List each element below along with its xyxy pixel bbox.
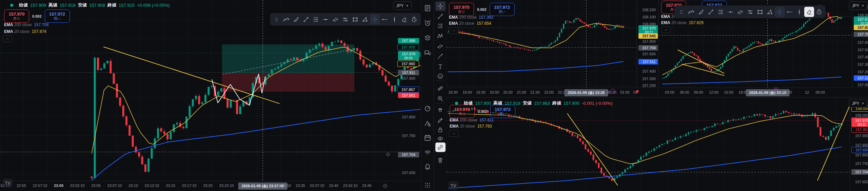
indicator-legend[interactable]: EMA 20 close 157.629 — [661, 20, 704, 25]
indicator-legend[interactable]: EMA 200 close 157.611 — [450, 118, 494, 122]
collapse-legend-button[interactable] — [3, 35, 12, 42]
indicator-legend[interactable]: EMA 20 close 157.654 — [449, 21, 491, 26]
zigzag-icon[interactable] — [281, 14, 291, 24]
sell-button[interactable]: 157.970売り — [450, 105, 475, 118]
sell-button[interactable]: 157.970売り — [4, 9, 29, 23]
flat-channel-icon[interactable] — [745, 7, 755, 17]
flat-channel-icon[interactable] — [340, 14, 350, 24]
countdown-clock-icon[interactable] — [409, 14, 419, 24]
ideas-icon[interactable] — [422, 119, 433, 128]
drag-handle-icon[interactable] — [676, 7, 686, 17]
time-axis[interactable]: 18:3019:0019:3020:0020:3021:0021:3022:00… — [446, 88, 658, 97]
pitchfork-icon[interactable] — [291, 14, 301, 24]
sell-button[interactable]: 157.970売り — [449, 3, 474, 16]
crosshair-icon[interactable] — [435, 1, 446, 11]
price-scale[interactable]: 158.100158.000157.97010:11157.823157.704… — [852, 0, 868, 97]
fib-retracement-icon[interactable] — [716, 7, 726, 17]
crosshair-icon[interactable] — [370, 14, 380, 24]
pitchfork-icon[interactable] — [696, 7, 706, 17]
ruler-icon[interactable] — [435, 83, 446, 93]
apps-grid-icon[interactable] — [422, 180, 433, 190]
magnet-icon[interactable] — [435, 106, 446, 115]
parallel-channel-icon[interactable] — [331, 14, 340, 24]
text-icon[interactable] — [435, 62, 446, 71]
price-label: 157.200 — [854, 69, 868, 75]
drawing-pencil-icon[interactable] — [435, 115, 446, 125]
notifications-icon[interactable] — [422, 161, 433, 171]
trash-icon[interactable] — [435, 155, 446, 165]
eraser-icon[interactable] — [804, 7, 814, 17]
horizontal-ray-icon[interactable] — [380, 14, 390, 24]
currency-dropdown-3[interactable]: JPY ▼ — [849, 99, 867, 108]
fib-retracement-icon[interactable] — [311, 14, 321, 24]
buy-button[interactable]: 157.972買い — [490, 105, 515, 118]
watchlist-icon[interactable] — [422, 3, 433, 13]
triangle-pattern-icon[interactable] — [360, 14, 370, 24]
indicator-legend[interactable]: EMA 20 close 157.874 — [4, 29, 46, 34]
brush-icon[interactable] — [435, 52, 446, 61]
drag-handle-icon[interactable] — [272, 14, 281, 24]
indicator-legend[interactable]: EMA 200 close 157.392 — [449, 15, 493, 20]
floating-drawing-toolbar — [270, 13, 421, 26]
eraser-icon[interactable] — [399, 14, 409, 24]
indicator-legend[interactable]: EMA 20 close 157.783 — [450, 124, 492, 129]
trade-panel: 157.970売り0.002157.972買い — [449, 3, 515, 16]
horizontal-line-icon[interactable] — [321, 14, 331, 24]
currency-dropdown[interactable]: JPY ▼ — [393, 1, 412, 10]
rectangle-icon[interactable] — [755, 7, 765, 17]
time-tick: 23:15 — [166, 184, 175, 188]
lock-icon[interactable] — [435, 125, 446, 134]
price-label: 157.861 — [398, 93, 419, 98]
trade-panel: 157.970売り0.002157.972買い — [450, 105, 515, 118]
hide-drawings-eye-icon[interactable] — [435, 134, 446, 143]
trend-line-icon[interactable] — [435, 12, 446, 21]
buy-button[interactable]: 157.972買い — [45, 9, 70, 23]
emoji-icon[interactable] — [435, 71, 446, 81]
crosshair-icon[interactable] — [775, 7, 785, 17]
vertical-line-icon[interactable] — [390, 14, 399, 24]
chart-canvas[interactable] — [0, 0, 420, 181]
price-label: 157.945 — [638, 33, 658, 39]
countdown-clock-icon[interactable] — [814, 7, 824, 17]
economic-event-icon[interactable] — [610, 89, 615, 94]
collapse-legend-button[interactable] — [449, 27, 458, 34]
alerts-icon[interactable] — [422, 18, 433, 28]
price-label: 157.600 — [854, 40, 868, 45]
parallel-channel-icon[interactable] — [435, 41, 446, 51]
price-label: 157.970 — [397, 44, 419, 50]
timezone-clock-icon[interactable] — [382, 183, 388, 189]
indicator-legend[interactable]: EMA 200 close 157.708 — [4, 22, 48, 27]
streams-icon[interactable] — [422, 147, 433, 157]
horizontal-line-icon[interactable] — [726, 7, 735, 17]
currency-dropdown-2[interactable]: JPY ▼ — [849, 1, 867, 10]
horizontal-ray-icon[interactable] — [785, 7, 794, 17]
chat-icon[interactable] — [422, 48, 433, 58]
time-axis[interactable]: 03:0006:0009:0012:0015:0018:002026-01-09… — [658, 88, 868, 97]
buy-button[interactable]: 157.972買い — [490, 3, 515, 16]
price-scale[interactable]: 158.034158.000157.97000:11157.951157.900… — [850, 97, 868, 191]
time-tick: 03:00 — [665, 90, 674, 94]
object-tree-icon[interactable] — [422, 33, 433, 43]
alert-icon[interactable] — [386, 152, 391, 157]
scanner-icon[interactable] — [422, 104, 433, 113]
rectangle-icon[interactable] — [350, 14, 360, 24]
zoom-in-icon[interactable] — [435, 94, 446, 103]
collapse-legend-button[interactable] — [449, 130, 458, 137]
collapse-legend-button[interactable] — [661, 26, 671, 33]
time-axis[interactable]: 22:52:1022:5522:57:1023:0023:02:1023:052… — [0, 181, 420, 191]
trend-line-icon[interactable] — [301, 14, 311, 24]
zigzag-icon[interactable] — [686, 7, 696, 17]
flash-event-icon[interactable] — [773, 87, 778, 92]
price-scale[interactable]: 158.200158.100158.000157.97000:11157.945… — [637, 0, 658, 97]
fib-retracement-icon[interactable] — [435, 21, 446, 31]
ohlc-label: 終値 — [107, 2, 116, 8]
xabcd-pattern-icon[interactable] — [435, 31, 446, 41]
time-tick: 22:55 — [17, 184, 26, 188]
price-label: 157.400 — [854, 54, 868, 60]
calendar-icon[interactable] — [422, 133, 433, 142]
triangle-pattern-icon[interactable] — [765, 7, 775, 17]
trend-line-icon[interactable] — [706, 7, 716, 17]
vertical-line-icon[interactable] — [794, 7, 804, 17]
link-icon[interactable] — [435, 142, 446, 152]
parallel-channel-icon[interactable] — [735, 7, 745, 17]
